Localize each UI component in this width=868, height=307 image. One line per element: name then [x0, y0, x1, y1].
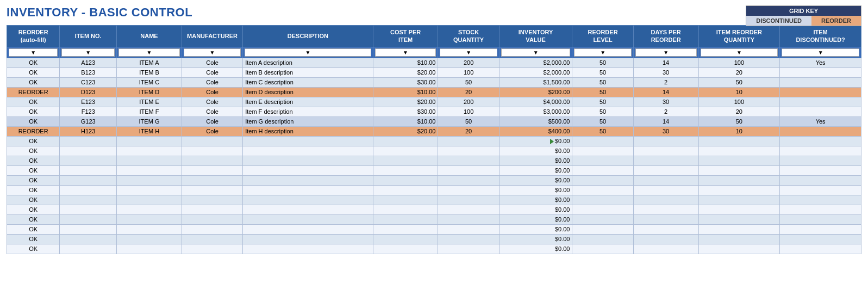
- col-header-stock: STOCKQUANTITY: [438, 26, 499, 47]
- filter-reorder[interactable]: ▼: [9, 48, 58, 57]
- page-title: INVENTORY - BASIC CONTROL: [7, 5, 861, 20]
- grid-key-container: GRID KEY DISCONTINUED REORDER: [746, 5, 861, 26]
- inventory-table-wrapper: REORDER(auto-fill) ITEM NO. NAME MANUFAC…: [7, 25, 861, 254]
- col-header-daysper: DAYS PERREORDER: [633, 26, 698, 47]
- col-header-description: DESCRIPTION: [243, 26, 373, 47]
- col-header-reorder: REORDER(auto-fill): [7, 26, 60, 47]
- filter-itemreorderqty[interactable]: ▼: [701, 48, 778, 57]
- filter-itemno[interactable]: ▼: [61, 48, 115, 57]
- filter-reorderlevel[interactable]: ▼: [574, 48, 631, 57]
- table-row: OK$0.00: [7, 195, 861, 205]
- table-row: OK$0.00: [7, 224, 861, 234]
- filter-cost[interactable]: ▼: [375, 48, 436, 57]
- filter-daysper[interactable]: ▼: [635, 48, 697, 57]
- col-header-cost: COST PERITEM: [373, 26, 438, 47]
- col-header-manufacturer: MANUFACTURER: [182, 26, 242, 47]
- grid-key-title: GRID KEY: [746, 6, 861, 16]
- col-header-reorderlevel: REORDERLEVEL: [572, 26, 633, 47]
- table-row: OK$0.00: [7, 156, 861, 165]
- filter-discontinued[interactable]: ▼: [782, 48, 859, 57]
- filter-description[interactable]: ▼: [245, 48, 371, 57]
- table-row: OK$0.00: [7, 214, 861, 224]
- table-row: REORDERH123ITEM HColeItem H description$…: [7, 126, 861, 136]
- filter-invvalue[interactable]: ▼: [501, 48, 571, 57]
- filter-manufacturer[interactable]: ▼: [184, 48, 241, 57]
- grid-key-discontinued: DISCONTINUED: [746, 16, 811, 26]
- table-row: OK$0.00: [7, 165, 861, 175]
- table-body: OKA123ITEM AColeItem A description$10.00…: [7, 58, 861, 254]
- table-row: OK$0.00: [7, 185, 861, 195]
- filter-name[interactable]: ▼: [118, 48, 180, 57]
- table-row: OKG123ITEM GColeItem G description$10.00…: [7, 116, 861, 126]
- grid-key-reorder: REORDER: [811, 16, 861, 26]
- table-row: OK$0.00: [7, 244, 861, 254]
- col-header-invvalue: INVENTORYVALUE: [499, 26, 572, 47]
- table-row: OK$0.00: [7, 175, 861, 185]
- table-row: OKA123ITEM AColeItem A description$10.00…: [7, 58, 861, 67]
- table-row: OK$0.00: [7, 146, 861, 156]
- table-row: OKE123ITEM EColeItem E description$20.00…: [7, 97, 861, 107]
- inventory-table: REORDER(auto-fill) ITEM NO. NAME MANUFAC…: [7, 25, 861, 254]
- filter-row: ▼ ▼ ▼ ▼ ▼ ▼ ▼ ▼ ▼ ▼ ▼ ▼: [7, 47, 861, 58]
- table-row: OKB123ITEM BColeItem B description$20.00…: [7, 67, 861, 77]
- filter-stock[interactable]: ▼: [440, 48, 497, 57]
- col-header-itemreorderqty: ITEM REORDERQUANTITY: [698, 26, 780, 47]
- table-row: OKF123ITEM FColeItem F description$30.00…: [7, 107, 861, 116]
- col-header-discontinued: ITEMDISCONTINUED?: [780, 26, 861, 47]
- table-row: OK$0.00: [7, 205, 861, 214]
- col-header-name: NAME: [117, 26, 182, 47]
- col-header-itemno: ITEM NO.: [60, 26, 117, 47]
- table-row: OK$0.00: [7, 136, 861, 146]
- table-row: OK$0.00: [7, 234, 861, 244]
- table-row: REORDERD123ITEM DColeItem D description$…: [7, 87, 861, 97]
- header-row: REORDER(auto-fill) ITEM NO. NAME MANUFAC…: [7, 26, 861, 47]
- table-row: OKC123ITEM CColeItem C description$30.00…: [7, 77, 861, 87]
